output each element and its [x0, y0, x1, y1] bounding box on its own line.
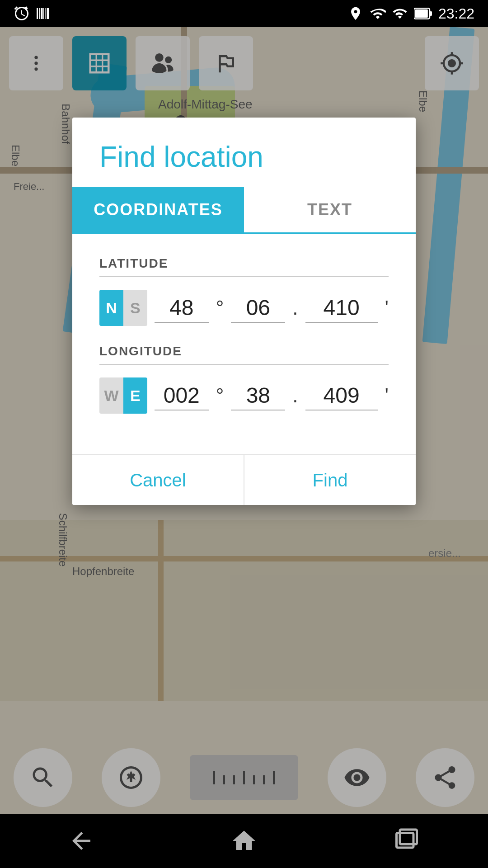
latitude-seconds-input[interactable]: [305, 293, 378, 323]
latitude-degrees-symbol: °: [216, 297, 224, 319]
latitude-s-button[interactable]: S: [123, 290, 147, 326]
svg-rect-1: [430, 11, 432, 16]
dialog-body: LATITUDE N S ° . ' LONGITUDE: [72, 234, 416, 454]
latitude-seconds-symbol: ': [385, 297, 389, 319]
alarm-icon: [14, 5, 30, 22]
cancel-button[interactable]: Cancel: [72, 455, 244, 505]
longitude-seconds-symbol: ': [385, 384, 389, 407]
latitude-label: LATITUDE: [99, 256, 389, 271]
latitude-n-button[interactable]: N: [99, 290, 123, 326]
latitude-decimal-sep: .: [292, 297, 298, 319]
find-button[interactable]: Find: [244, 455, 416, 505]
longitude-minutes-input[interactable]: [231, 381, 285, 410]
dialog-title: Find location: [99, 140, 389, 174]
latitude-divider: [99, 276, 389, 277]
dialog-tabs: COORDINATES TEXT: [72, 187, 416, 234]
latitude-degrees-input[interactable]: [155, 293, 209, 323]
signal-icon: [392, 6, 408, 21]
longitude-e-button[interactable]: E: [123, 377, 147, 414]
longitude-degrees-symbol: °: [216, 384, 224, 407]
status-time: 23:22: [438, 5, 474, 22]
longitude-decimal-sep: .: [292, 384, 298, 407]
location-pin-icon: [348, 6, 363, 21]
latitude-section: LATITUDE N S ° . ': [99, 256, 389, 326]
svg-rect-2: [415, 9, 427, 18]
longitude-seconds-input[interactable]: [305, 381, 378, 410]
battery-icon: [414, 7, 432, 20]
status-bar: 23:22: [0, 0, 488, 27]
dialog-footer: Cancel Find: [72, 454, 416, 505]
latitude-direction-toggle: N S: [99, 290, 147, 326]
latitude-row: N S ° . ': [99, 290, 389, 326]
tab-text[interactable]: TEXT: [244, 187, 416, 232]
latitude-minutes-input[interactable]: [231, 293, 285, 323]
longitude-section: LONGITUDE W E ° . ': [99, 344, 389, 414]
longitude-direction-toggle: W E: [99, 377, 147, 414]
dialog-overlay: Find location COORDINATES TEXT LATITUDE …: [0, 27, 488, 868]
barcode-icon: [35, 5, 52, 22]
longitude-label: LONGITUDE: [99, 344, 389, 359]
longitude-row: W E ° . ': [99, 377, 389, 414]
longitude-degrees-input[interactable]: [155, 381, 209, 410]
longitude-w-button[interactable]: W: [99, 377, 123, 414]
wifi-icon: [370, 5, 386, 22]
find-location-dialog: Find location COORDINATES TEXT LATITUDE …: [72, 118, 416, 505]
dialog-header: Find location: [72, 118, 416, 187]
status-bar-left: [14, 5, 52, 22]
tab-coordinates[interactable]: COORDINATES: [72, 187, 244, 232]
status-bar-right: 23:22: [348, 5, 474, 22]
longitude-divider: [99, 364, 389, 365]
